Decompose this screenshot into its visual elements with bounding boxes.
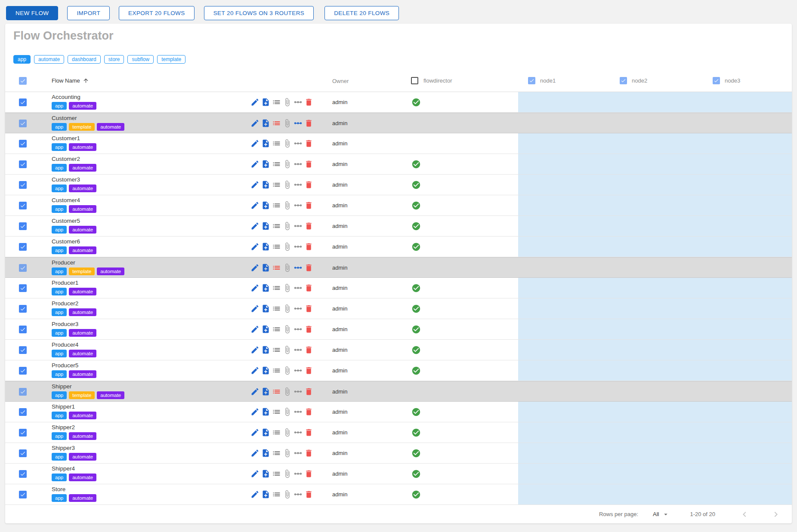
edit-flow-button[interactable] — [250, 119, 259, 128]
filter-chip-automate[interactable]: automate — [34, 55, 64, 64]
flow-list-button[interactable] — [272, 283, 281, 292]
export-flows-button[interactable]: EXPORT 20 FLOWS — [119, 6, 195, 20]
edit-flow-button[interactable] — [250, 428, 259, 437]
route-nodes-button[interactable] — [293, 449, 303, 458]
row-checkbox[interactable] — [19, 98, 27, 106]
edit-flow-button[interactable] — [250, 469, 259, 478]
delete-flow-button[interactable] — [304, 490, 313, 499]
node2-checkbox[interactable] — [620, 77, 627, 84]
add-flow-file-button[interactable] — [261, 387, 270, 396]
add-flow-file-button[interactable] — [261, 490, 270, 499]
row-checkbox[interactable] — [19, 491, 27, 498]
add-flow-file-button[interactable] — [261, 407, 270, 416]
delete-flow-button[interactable] — [304, 201, 313, 210]
flow-list-button[interactable] — [272, 304, 281, 313]
delete-flow-button[interactable] — [304, 242, 313, 251]
delete-flow-button[interactable] — [304, 366, 313, 375]
edit-flow-button[interactable] — [250, 180, 259, 189]
route-nodes-button[interactable] — [293, 221, 303, 231]
attachment-button[interactable] — [283, 366, 292, 375]
flow-list-button[interactable] — [272, 366, 281, 375]
filter-chip-dashboard[interactable]: dashboard — [68, 55, 101, 64]
route-nodes-button[interactable] — [293, 98, 303, 107]
attachment-button[interactable] — [283, 387, 292, 396]
delete-flow-button[interactable] — [304, 449, 313, 458]
row-checkbox[interactable] — [19, 202, 27, 209]
attachment-button[interactable] — [283, 428, 292, 437]
attachment-button[interactable] — [283, 449, 292, 458]
route-nodes-button[interactable] — [293, 490, 303, 499]
attachment-button[interactable] — [283, 325, 292, 334]
route-nodes-button[interactable] — [293, 160, 303, 169]
row-checkbox[interactable] — [19, 346, 27, 354]
add-flow-file-button[interactable] — [261, 283, 270, 292]
node3-checkbox[interactable] — [713, 77, 720, 84]
row-checkbox[interactable] — [19, 367, 27, 375]
route-nodes-button[interactable] — [293, 469, 303, 478]
delete-flow-button[interactable] — [304, 160, 313, 169]
flow-list-button[interactable] — [272, 119, 281, 128]
row-checkbox[interactable] — [19, 222, 27, 230]
edit-flow-button[interactable] — [250, 98, 259, 107]
attachment-button[interactable] — [283, 490, 292, 499]
add-flow-file-button[interactable] — [261, 366, 270, 375]
attachment-button[interactable] — [283, 180, 292, 189]
flow-list-button[interactable] — [272, 345, 281, 354]
filter-chip-template[interactable]: template — [157, 55, 185, 64]
edit-flow-button[interactable] — [250, 221, 259, 231]
delete-flow-button[interactable] — [304, 221, 313, 231]
delete-flow-button[interactable] — [304, 98, 313, 107]
attachment-button[interactable] — [283, 119, 292, 128]
attachment-button[interactable] — [283, 160, 292, 169]
delete-flow-button[interactable] — [304, 407, 313, 416]
delete-flow-button[interactable] — [304, 387, 313, 396]
route-nodes-button[interactable] — [293, 387, 303, 396]
attachment-button[interactable] — [283, 263, 292, 272]
add-flow-file-button[interactable] — [261, 428, 270, 437]
flow-list-button[interactable] — [272, 180, 281, 189]
route-nodes-button[interactable] — [293, 180, 303, 189]
attachment-button[interactable] — [283, 98, 292, 107]
flowdirector-checkbox[interactable] — [411, 77, 418, 84]
route-nodes-button[interactable] — [293, 345, 303, 354]
add-flow-file-button[interactable] — [261, 180, 270, 189]
flow-list-button[interactable] — [272, 98, 281, 107]
row-checkbox[interactable] — [19, 470, 27, 478]
row-checkbox[interactable] — [19, 326, 27, 333]
delete-flows-button[interactable]: DELETE 20 FLOWS — [324, 6, 399, 20]
add-flow-file-button[interactable] — [261, 201, 270, 210]
edit-flow-button[interactable] — [250, 201, 259, 210]
add-flow-file-button[interactable] — [261, 221, 270, 231]
flow-list-button[interactable] — [272, 160, 281, 169]
route-nodes-button[interactable] — [293, 428, 303, 437]
delete-flow-button[interactable] — [304, 428, 313, 437]
route-nodes-button[interactable] — [293, 325, 303, 334]
new-flow-button[interactable]: NEW FLOW — [6, 6, 58, 20]
rows-per-page-select[interactable]: All — [653, 510, 670, 518]
edit-flow-button[interactable] — [250, 407, 259, 416]
route-nodes-button[interactable] — [293, 366, 303, 375]
import-button[interactable]: IMPORT — [67, 6, 110, 20]
attachment-button[interactable] — [283, 469, 292, 478]
delete-flow-button[interactable] — [304, 180, 313, 189]
edit-flow-button[interactable] — [250, 387, 259, 396]
edit-flow-button[interactable] — [250, 160, 259, 169]
route-nodes-button[interactable] — [293, 263, 303, 272]
flow-list-button[interactable] — [272, 469, 281, 478]
edit-flow-button[interactable] — [250, 139, 259, 148]
edit-flow-button[interactable] — [250, 242, 259, 251]
add-flow-file-button[interactable] — [261, 160, 270, 169]
attachment-button[interactable] — [283, 283, 292, 292]
edit-flow-button[interactable] — [250, 263, 259, 272]
delete-flow-button[interactable] — [304, 283, 313, 292]
flow-list-button[interactable] — [272, 325, 281, 334]
delete-flow-button[interactable] — [304, 139, 313, 148]
previous-page-button[interactable] — [739, 509, 750, 520]
edit-flow-button[interactable] — [250, 325, 259, 334]
route-nodes-button[interactable] — [293, 283, 303, 292]
add-flow-file-button[interactable] — [261, 98, 270, 107]
add-flow-file-button[interactable] — [261, 345, 270, 354]
edit-flow-button[interactable] — [250, 490, 259, 499]
flow-list-button[interactable] — [272, 242, 281, 251]
flow-list-button[interactable] — [272, 407, 281, 416]
